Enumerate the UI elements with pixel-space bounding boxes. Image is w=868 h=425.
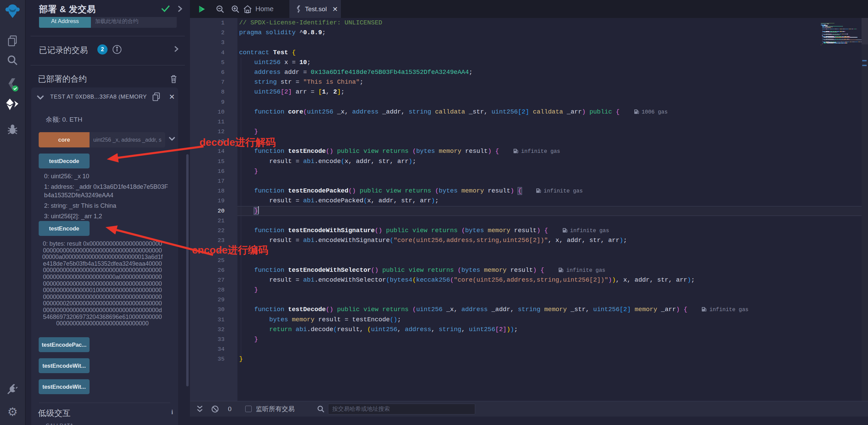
low-level-interactions-label: 低级交互 [38,408,71,419]
transaction-search-input[interactable] [328,404,475,414]
code-line: function testEncodeWithSelector() public… [237,265,868,275]
editor-region: Home Test.sol ✕ 123456789101112131415161… [190,0,868,425]
tab-close-icon[interactable]: ✕ [332,5,338,13]
overview-ruler-mark [862,65,867,66]
code-line: result = abi.encodePacked(x, addr, str, … [237,196,868,206]
code-line [237,344,868,354]
code-line: // SPDX-License-Identifier: UNLICENSED [237,18,868,28]
code-line: } [237,354,868,364]
chevron-right-icon[interactable] [177,5,182,12]
home-icon [243,5,252,13]
code-line: bytes memory result = testEncode(); [237,315,868,325]
plugin-manager-icon[interactable] [6,383,19,395]
testencodepacked-button[interactable]: testEncodePac... [39,337,90,352]
deploy-run-icon[interactable] [6,99,19,110]
remix-logo-icon[interactable] [5,3,20,19]
minimap[interactable] [821,18,862,401]
code-line [237,38,868,47]
overview-ruler-mark [862,60,867,61]
side-panel-scrollbar[interactable] [186,154,189,386]
tab-home-label: Home [255,5,273,13]
code-line [237,256,868,265]
code-line: contract Test { [237,48,868,58]
decode-output-item: 3: uint256[2]: _arr 1,2 [44,212,169,221]
code-line [237,137,868,146]
decode-output-list: 0: uint256: _x 10 1: address: _addr 0x13… [44,172,169,223]
terminal: 0 监听所有交易 [190,401,868,425]
code-line: } [237,285,868,295]
testencodewithselector-button[interactable]: testEncodeWit... [39,379,90,394]
decode-output-item: 2: string: _str This is China [44,202,169,210]
code-line [237,117,868,127]
pending-tx-count: 0 [228,405,232,413]
chevron-down-icon[interactable] [169,137,175,141]
code-line: result = abi.encodeWithSelector(bytes4(k… [237,275,868,285]
testencodewithsignature-button[interactable]: testEncodeWit... [39,358,90,373]
code-line: function testEncode() public view return… [237,146,868,156]
solidity-compiler-icon[interactable] [6,78,19,92]
code-line: } [237,166,868,176]
tab-home[interactable]: Home [239,0,283,18]
search-icon [317,405,325,413]
testdecode-button[interactable]: testDecode [39,154,90,168]
code-line: } [237,127,868,137]
editor-tabbar: Home Test.sol ✕ [190,0,868,18]
check-icon [161,5,170,12]
settings-gear-icon[interactable]: ⚙ [7,405,18,419]
panel-header: 部署 & 发交易 [25,0,190,17]
expand-terminal-icon[interactable] [196,405,204,413]
core-function-button[interactable]: core [39,132,90,147]
code-line [237,216,868,226]
run-script-icon[interactable] [198,5,206,13]
recorded-count-badge: 2 [97,44,108,55]
code-line [237,176,868,186]
search-icon[interactable] [7,55,18,66]
editor-scrollbar[interactable] [862,18,868,401]
calldata-label: CALLDATA [46,422,74,425]
solidity-file-icon [295,5,302,13]
terminal-content[interactable] [190,417,868,425]
code-line: function testEncodePacked() public view … [237,186,868,196]
encode-output-bytes: 0: bytes: result 0x000000000000000000000… [41,241,163,327]
close-icon[interactable]: ✕ [169,93,175,101]
info-icon[interactable]: i [171,408,173,416]
debugger-icon[interactable] [6,123,19,136]
scrollbar-thumb[interactable] [862,18,868,44]
copy-icon[interactable] [152,92,161,102]
code-editor[interactable]: 1234567891011121314151617181920212223242… [190,18,868,401]
testencode-button[interactable]: testEncode [39,221,90,236]
code-line: function testDecode() public view return… [237,305,868,315]
divider [31,65,185,65]
tab-test-sol[interactable]: Test.sol ✕ [289,0,341,18]
decode-output-item: 0: uint256: _x 10 [44,172,169,181]
recorded-transactions-row[interactable]: 已记录的交易 2 [25,43,190,58]
info-icon[interactable] [112,44,122,55]
code-line [237,295,868,305]
chevron-right-icon[interactable] [174,46,178,52]
zoom-out-icon[interactable] [216,5,225,14]
file-explorer-icon[interactable] [7,35,18,46]
balance-label: 余额: 0. ETH [46,115,82,124]
code-line: pragma solidity ^0.8.9; [237,28,868,38]
code-line: } [237,245,868,255]
tab-test-sol-label: Test.sol [305,5,327,13]
code-line: function core(uint256 _x, address _addr,… [237,107,868,117]
chevron-down-icon[interactable] [37,95,44,100]
contract-instance-title[interactable]: TEST AT 0XD8B...33FA8 (MEMORY [50,94,147,100]
code-line [237,97,868,107]
core-args-input[interactable] [90,132,165,147]
code-line: result = abi.encode(x, addr, str, arr); [237,157,868,166]
remix-ide-window: ⚙ At Address 部署 & 发交易 已记录的交易 2 [0,0,868,425]
trash-icon[interactable] [170,74,178,84]
code-line: uint256 x = 10; [237,58,868,67]
activity-bar: ⚙ [0,0,25,425]
deploy-panel: At Address 部署 & 发交易 已记录的交易 2 已部署 [25,0,190,425]
code-line: function testEncodeWithSignature() publi… [237,226,868,236]
listen-transactions-checkbox[interactable] [245,406,252,412]
zoom-in-icon[interactable] [231,5,240,14]
code-line: } [237,335,868,344]
code-line: return abi.decode(result, (uint256, addr… [237,325,868,335]
divider [39,403,170,403]
clear-console-icon[interactable] [211,405,219,413]
panel-title: 部署 & 发交易 [39,3,96,15]
